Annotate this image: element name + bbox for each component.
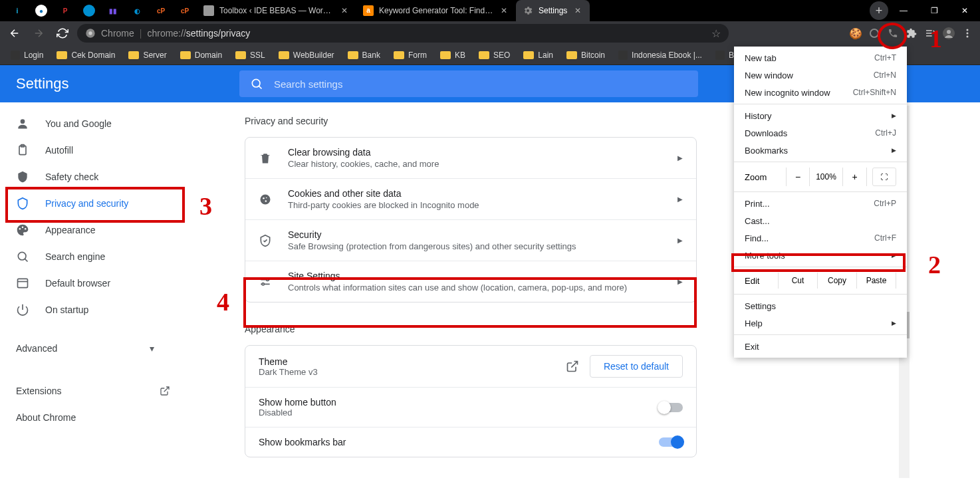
theme-row[interactable]: Theme Dark Theme v3 Reset to default [245,346,696,387]
close-window-button[interactable]: ✕ [949,0,980,21]
bookmark-item[interactable]: SEO [473,49,515,61]
folder-icon [348,51,358,59]
bookmark-item[interactable]: Bitcoin [561,49,610,61]
bookmark-item[interactable]: Domain [175,49,227,61]
ext-circle-icon[interactable] [867,26,882,41]
bookmark-item[interactable]: WebBuilder [273,49,340,61]
shield-icon [16,170,29,183]
menu-print[interactable]: Print...Ctrl+P [734,195,907,212]
sidebar-item-safety-check[interactable]: Safety check [0,164,170,190]
sliders-icon [259,275,272,289]
minimize-button[interactable]: — [888,0,919,21]
back-button[interactable] [5,24,24,43]
svg-point-2 [870,29,878,37]
bookmark-item[interactable]: Server [123,49,172,61]
bookmarks-bar-toggle[interactable] [659,437,683,447]
sidebar-about[interactable]: About Chrome [0,404,170,431]
svg-point-20 [265,200,267,202]
bookmarks-bar-row[interactable]: Show bookmarks bar [245,427,696,457]
menu-exit[interactable]: Exit [734,338,907,355]
ext-phone-icon[interactable] [886,26,900,41]
sidebar-item-default-browser[interactable]: Default browser [0,270,170,297]
ext-puzzle-icon[interactable] [904,26,919,41]
row-sub: Third-party cookies are blocked in Incog… [288,200,662,210]
sidebar-extensions[interactable]: Extensions [0,378,170,404]
sidebar-item-on-startup[interactable]: On startup [0,297,170,323]
sidebar-item-label: Autofill [45,145,73,156]
sidebar-item-autofill[interactable]: Autofill [0,137,170,164]
reload-button[interactable] [53,24,72,43]
tab[interactable]: Toolbox ‹ IDE BEBAS — WordPre✕ [197,0,356,21]
menu-new-incognito[interactable]: New incognito windowCtrl+Shift+N [734,84,907,101]
menu-find[interactable]: Find...Ctrl+F [734,229,907,247]
bookmark-item[interactable]: Indonesia Ebook |... [613,49,707,61]
ext-readinglist-icon[interactable] [923,26,937,41]
ext-cookie-icon[interactable]: 🍪 [848,26,863,41]
bookmark-star-icon[interactable]: ☆ [711,27,721,40]
pinned-tab[interactable] [77,0,101,21]
pinned-tab[interactable]: cP [173,0,197,21]
tab[interactable]: Settings✕ [516,0,590,21]
settings-search[interactable] [239,70,698,97]
menu-copy[interactable]: Copy [817,273,856,289]
settings-search-input[interactable] [274,78,687,90]
launch-icon[interactable] [566,360,579,373]
menu-paste[interactable]: Paste [856,273,896,289]
bookmark-label: Login [24,51,43,60]
menu-bookmarks[interactable]: Bookmarks▶ [734,142,907,159]
pinned-tab[interactable]: cP [149,0,173,21]
tab-close-icon[interactable]: ✕ [499,5,509,16]
theme-sub: Dark Theme v3 [259,367,555,377]
sidebar-item-you-and-google[interactable]: You and Google [0,110,170,137]
sidebar-advanced[interactable]: Advanced▾ [0,335,170,362]
menu-settings[interactable]: Settings [734,297,907,314]
settings-row-site-settings[interactable]: Site SettingsControls what information s… [245,261,696,302]
sidebar-item-appearance[interactable]: Appearance [0,217,170,243]
new-tab-button[interactable]: + [870,1,888,20]
row-title: Clear browsing data [288,147,662,158]
bookmark-item[interactable]: SSL [230,49,271,61]
bookmark-item[interactable]: KB [435,49,471,61]
home-button-row[interactable]: Show home button Disabled [245,387,696,427]
clipboard-icon [16,144,29,157]
settings-row-clear-browsing-data[interactable]: Clear browsing dataClear history, cookie… [245,138,696,178]
pinned-tab[interactable]: ◐ [125,0,149,21]
menu-more-tools[interactable]: More tools▶ [734,247,907,264]
bookmark-label: SEO [493,51,510,60]
pinned-tab[interactable]: ● [29,0,53,21]
bookmark-item[interactable]: Form [388,49,432,61]
menu-cut[interactable]: Cut [778,273,817,289]
settings-row-security[interactable]: SecuritySafe Browsing (protection from d… [245,219,696,261]
tab-close-icon[interactable]: ✕ [572,5,583,16]
kebab-menu-button[interactable] [960,26,975,41]
maximize-button[interactable]: ❐ [919,0,949,21]
bookmark-item[interactable]: Lain [518,49,558,61]
sidebar-item-search-engine[interactable]: Search engine [0,243,170,270]
pinned-tab[interactable]: ▮▮ [101,0,125,21]
menu-downloads[interactable]: DownloadsCtrl+J [734,124,907,142]
fullscreen-button[interactable] [872,168,896,186]
forward-button[interactable] [29,24,48,43]
tab-close-icon[interactable]: ✕ [339,5,350,16]
zoom-in-button[interactable]: + [843,168,867,186]
menu-new-window[interactable]: New windowCtrl+N [734,66,907,84]
bookmark-item[interactable]: Bank [342,49,386,61]
tab[interactable]: aKeyword Generator Tool: Find Ke✕ [356,0,516,21]
sidebar-item-privacy-and-security[interactable]: Privacy and security [0,190,170,217]
reset-theme-button[interactable]: Reset to default [590,355,683,378]
pinned-tab[interactable]: P [53,0,77,21]
zoom-out-button[interactable]: − [786,168,810,186]
bookmark-item[interactable]: Cek Domain [51,49,120,61]
menu-history[interactable]: History▶ [734,107,907,124]
omnibox[interactable]: Chrome | chrome://settings/privacy ☆ [77,24,729,43]
bookmark-item[interactable]: Login [5,49,49,61]
home-button-toggle[interactable] [659,403,683,412]
row-sub: Controls what information sites can use … [288,283,662,293]
menu-cast[interactable]: Cast... [734,212,907,229]
profile-avatar[interactable] [941,26,956,41]
menu-help[interactable]: Help▶ [734,314,907,332]
settings-row-cookies-and-other-site-data[interactable]: Cookies and other site dataThird-party c… [245,178,696,219]
privacy-section-heading: Privacy and security [245,116,697,126]
pinned-tab[interactable]: i [5,0,29,21]
menu-new-tab[interactable]: New tabCtrl+T [734,49,907,66]
